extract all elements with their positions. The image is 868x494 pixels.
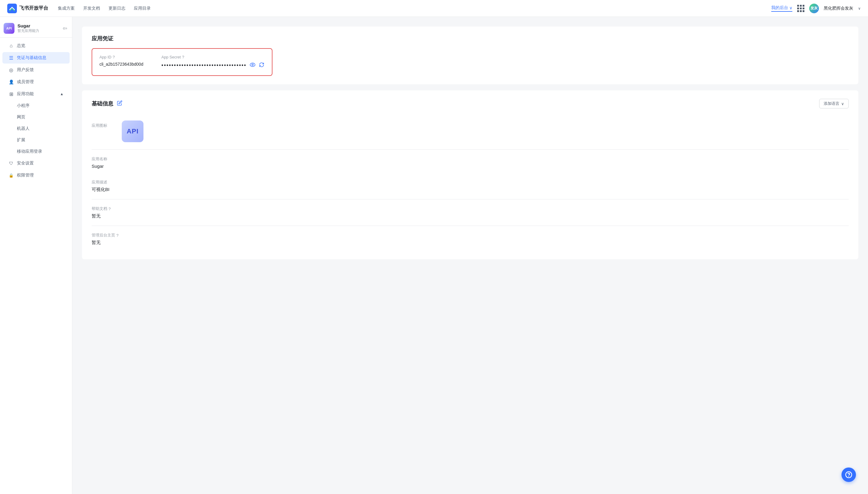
sidebar-item-credentials[interactable]: ☰ 凭证与基础信息: [2, 52, 70, 63]
app-id-field: App ID ? cli_a2b15723643bd00d: [99, 55, 144, 69]
app-id-value: cli_a2b15723643bd00d: [99, 62, 144, 66]
app-icon-row: 应用图标 API: [92, 116, 849, 147]
add-lang-chevron-icon: ∨: [841, 101, 844, 106]
feedback-icon: ◎: [8, 67, 14, 73]
app-name-label: 应用名称: [92, 156, 849, 162]
admin-home-value: 暂无: [92, 240, 849, 246]
basic-info-title: 基础信息: [92, 100, 113, 107]
members-icon: 👤: [8, 79, 14, 84]
help-doc-label: 帮助文档 ?: [92, 206, 849, 211]
svg-point-2: [252, 64, 253, 66]
nav-link-docs[interactable]: 开发文档: [83, 6, 100, 11]
admin-home-help-icon[interactable]: ?: [116, 233, 118, 238]
app-icon-text: API: [6, 26, 12, 30]
app-secret-row: ••••••••••••••••••••••••••••••••••: [162, 62, 265, 69]
sidebar-sub-item-webpage[interactable]: 网页: [2, 112, 70, 122]
feishu-logo-icon: [7, 4, 17, 13]
user-menu-chevron[interactable]: ∨: [858, 6, 861, 11]
extend-label: 扩展: [17, 137, 25, 143]
app-subtitle: 暂无应用能力: [17, 28, 39, 34]
functions-arrow-icon: ▲: [60, 92, 63, 96]
nav-link-appstore[interactable]: 应用目录: [134, 6, 151, 11]
refresh-secret-button[interactable]: [259, 62, 265, 69]
logo[interactable]: 飞书开放平台: [7, 4, 48, 13]
avatar-initials: 发灰: [810, 6, 818, 11]
sidebar-item-label-credentials: 凭证与基础信息: [17, 55, 47, 60]
functions-icon: ⊞: [8, 91, 14, 97]
main-content: 应用凭证 App ID ? cli_a2b15723643bd00d App S…: [72, 17, 868, 494]
sidebar-item-label-permissions: 权限管理: [17, 173, 34, 178]
backend-chevron: ∨: [789, 5, 792, 10]
logo-text: 飞书开放平台: [19, 5, 48, 12]
app-desc-label: 应用描述: [92, 179, 849, 185]
app-id-label: App ID ?: [99, 55, 144, 59]
nav-link-integration[interactable]: 集成方案: [58, 6, 75, 11]
credentials-icon: ☰: [8, 55, 14, 60]
overview-icon: ⌂: [8, 43, 14, 49]
sidebar-item-label-members: 成员管理: [17, 79, 34, 84]
sidebar-item-permissions[interactable]: 🔒 权限管理: [2, 170, 70, 181]
sidebar-item-members[interactable]: 👤 成员管理: [2, 76, 70, 88]
sidebar-sub-item-robot[interactable]: 机器人: [2, 123, 70, 134]
divider-3: [92, 226, 849, 226]
app-secret-field: App Secret ? •••••••••••••••••••••••••••…: [162, 55, 265, 69]
sidebar-item-functions[interactable]: ⊞ 应用功能 ▲: [2, 88, 70, 100]
app-icon-text: API: [127, 128, 138, 135]
sidebar-item-label-functions: 应用功能: [17, 91, 34, 97]
help-doc-row: 帮助文档 ? 暂无: [92, 201, 849, 224]
sidebar-sub-item-miniapp[interactable]: 小程序: [2, 100, 70, 111]
app-icon: API: [4, 23, 15, 34]
show-secret-button[interactable]: [250, 62, 256, 69]
sidebar-item-security[interactable]: 🛡 安全设置: [2, 157, 70, 169]
webpage-label: 网页: [17, 114, 25, 120]
username: 黑化肥挥会发灰: [824, 6, 853, 11]
app-desc-value: 可视化BI: [92, 187, 849, 192]
sidebar-sub-item-extend[interactable]: 扩展: [2, 135, 70, 146]
topnav-right: 我的后台 ∨ 发灰 黑化肥挥会发灰 ∨: [771, 4, 861, 13]
sidebar-item-label-overview: 总览: [17, 43, 25, 49]
credentials-card: App ID ? cli_a2b15723643bd00d App Secret…: [92, 48, 273, 76]
divider-1: [92, 149, 849, 150]
layout: API Sugar 暂无应用能力 ⇦ ⌂ 总览 ☰ 凭证与基础信息 ◎ 用户反馈…: [0, 17, 868, 494]
avatar[interactable]: 发灰: [809, 4, 819, 13]
app-icon-preview: API: [122, 120, 144, 142]
mini-app-label: 小程序: [17, 103, 30, 109]
svg-point-1: [250, 63, 255, 66]
basic-info-section: 基础信息 添加语言 ∨ 应用图标 API: [82, 90, 858, 259]
my-backend-button[interactable]: 我的后台 ∨: [771, 5, 792, 12]
sidebar-item-overview[interactable]: ⌂ 总览: [2, 40, 70, 52]
app-name-row: 应用名称 Sugar: [92, 151, 849, 174]
sidebar-item-label-security: 安全设置: [17, 160, 34, 166]
help-doc-help-icon[interactable]: ?: [109, 207, 111, 211]
sidebar: API Sugar 暂无应用能力 ⇦ ⌂ 总览 ☰ 凭证与基础信息 ◎ 用户反馈…: [0, 17, 72, 494]
mobile-login-label: 移动应用登录: [17, 149, 42, 154]
edit-basic-info-button[interactable]: [117, 100, 122, 107]
help-fab-button[interactable]: [842, 468, 856, 482]
app-secret-dots: ••••••••••••••••••••••••••••••••••: [162, 62, 246, 69]
divider-2: [92, 199, 849, 200]
robot-label: 机器人: [17, 126, 30, 131]
app-icon-label: 应用图标: [92, 120, 116, 128]
sidebar-item-label-feedback: 用户反馈: [17, 67, 34, 73]
apps-grid-button[interactable]: [797, 5, 805, 12]
app-name: Sugar: [17, 23, 39, 28]
sidebar-item-feedback[interactable]: ◎ 用户反馈: [2, 64, 70, 76]
grid-icon: [797, 5, 805, 12]
nav-link-changelog[interactable]: 更新日志: [109, 6, 125, 11]
admin-home-label: 管理后台主页 ?: [92, 232, 849, 238]
top-navigation: 飞书开放平台 集成方案 开发文档 更新日志 应用目录 我的后台 ∨ 发灰 黑化肥…: [0, 0, 868, 17]
credentials-section: 应用凭证 App ID ? cli_a2b15723643bd00d App S…: [82, 26, 858, 84]
help-doc-value: 暂无: [92, 213, 849, 219]
sidebar-collapse-button[interactable]: ⇦: [61, 24, 69, 33]
security-icon: 🛡: [8, 160, 14, 166]
app-id-help-icon[interactable]: ?: [113, 55, 115, 59]
basic-info-header: 基础信息 添加语言 ∨: [92, 99, 849, 109]
app-secret-help-icon[interactable]: ?: [182, 55, 184, 59]
admin-home-row: 管理后台主页 ? 暂无: [92, 227, 849, 251]
sidebar-sub-item-mobile-login[interactable]: 移动应用登录: [2, 146, 70, 157]
top-nav-links: 集成方案 开发文档 更新日志 应用目录: [58, 6, 771, 11]
add-language-button[interactable]: 添加语言 ∨: [819, 99, 849, 109]
app-name-value: Sugar: [92, 164, 849, 169]
credentials-section-title: 应用凭证: [92, 35, 849, 42]
permissions-icon: 🔒: [8, 173, 14, 178]
